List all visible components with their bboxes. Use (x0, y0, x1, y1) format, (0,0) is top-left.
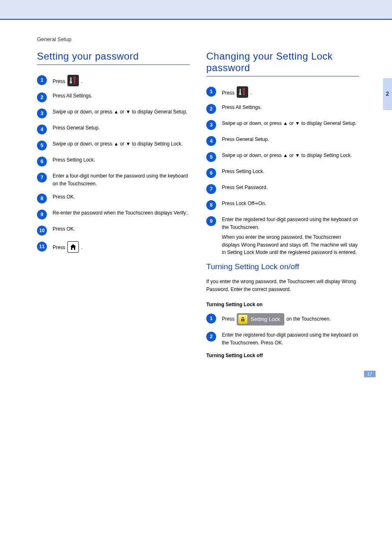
page-title: General Setup (37, 36, 359, 42)
page-number: 17 (364, 371, 376, 377)
step-badge: 4 (37, 125, 47, 134)
step-9: 9 Re-enter the password when the Touchsc… (37, 209, 190, 219)
setting-lock-button: Setting Lock (237, 313, 284, 325)
svg-rect-5 (243, 90, 244, 95)
step-badge: 3 (37, 108, 47, 118)
step-text-mid: on the Touchscreen. (286, 316, 331, 322)
step-text: Press (53, 78, 67, 84)
step-6: 6 Press Setting Lock. (37, 156, 190, 166)
note-text: When you enter the wrong password, the T… (222, 234, 357, 255)
on-step-1: 1 Press Setting Lock on the (206, 313, 359, 325)
step-badge: 2 (37, 92, 47, 102)
step-text: Press All Settings. (222, 104, 262, 110)
tools-icon (67, 75, 79, 86)
lock-icon (238, 315, 247, 324)
step-badge: 1 (206, 87, 216, 97)
header-bar (0, 0, 392, 20)
step-badge: 4 (206, 136, 216, 146)
step-text: Re-enter the password when the Touchscre… (53, 210, 189, 216)
svg-rect-2 (74, 79, 75, 84)
step-text: Press OK. (53, 226, 75, 232)
step-badge: 1 (37, 75, 47, 85)
step-text-post: . (250, 90, 251, 96)
step-badge: 8 (206, 200, 216, 210)
svg-point-7 (242, 320, 243, 321)
step-badge: 11 (37, 242, 47, 252)
setting-lock-label: Setting Lock (251, 315, 280, 323)
step-text: Press Lock Off⇒On. (222, 201, 266, 206)
step-3: 3 Swipe up or down, or press ▲ or ▼ to d… (37, 108, 190, 118)
subhead-lock-off: Turning Setting Lock off (206, 353, 359, 358)
step-badge: 8 (37, 194, 47, 203)
step-badge: 2 (206, 332, 216, 342)
svg-rect-0 (70, 77, 71, 82)
step-7: 7 Enter a four-digit number for the pass… (37, 172, 190, 187)
r-step-1: 1 Press . (206, 86, 359, 98)
step-text: Press General Setup. (53, 125, 100, 131)
step-text: Press All Settings. (53, 93, 92, 99)
svg-rect-1 (70, 81, 72, 83)
svg-rect-4 (239, 93, 241, 95)
step-badge: 9 (37, 210, 47, 219)
step-badge: 5 (206, 152, 216, 162)
step-8: 8 Press OK. (37, 193, 190, 203)
step-text: Enter a four-digit number for the passwo… (53, 173, 188, 187)
step-badge: 9 (206, 216, 216, 226)
r-step-9: 9 Enter the registered four-digit passwo… (206, 216, 359, 256)
step-5: 5 Swipe up or down, or press ▲ or ▼ to d… (37, 140, 190, 150)
intro-text: If you enter the wrong password, the Tou… (206, 278, 359, 293)
subhead-lock-on: Turning Setting Lock on (206, 302, 359, 307)
heading-lock-onoff: Turning Setting Lock on/off (206, 262, 359, 271)
step-text: Press (222, 316, 236, 322)
step-text: Press General Setup. (222, 136, 269, 142)
footer: 17 (0, 367, 392, 385)
step-badge: 10 (37, 226, 47, 235)
r-step-4: 4 Press General Setup. (206, 136, 359, 146)
right-column: Changing your Setting Lock password 1 Pr… (206, 51, 359, 358)
step-text: Enter the registered four-digit password… (222, 217, 358, 230)
step-text: Swipe up or down, or press ▲ or ▼ to dis… (222, 120, 357, 126)
step-text: Press OK. (53, 194, 75, 200)
step-text-post: . (81, 245, 82, 250)
heading-change-password: Changing your Setting Lock password (206, 51, 359, 76)
step-badge: 1 (206, 314, 216, 323)
step-text: Press Set Password. (222, 185, 267, 190)
r-step-6: 6 Press Setting Lock. (206, 168, 359, 178)
step-text: Press Setting Lock. (53, 157, 95, 163)
step-11: 11 Press . (37, 241, 190, 253)
step-badge: 3 (206, 120, 216, 130)
tools-icon (237, 86, 248, 98)
step-2: 2 Press All Settings. (37, 92, 190, 102)
step-badge: 7 (37, 173, 47, 182)
page-content: General Setup Setting your password 1 Pr… (0, 20, 392, 367)
step-text: Swipe up or down, or press ▲ or ▼ to dis… (222, 152, 352, 158)
r-step-7: 7 Press Set Password. (206, 184, 359, 194)
step-text: Swipe up or down, or press ▲ or ▼ to dis… (53, 109, 187, 115)
left-column: Setting your password 1 Press . (37, 51, 190, 358)
svg-rect-3 (240, 89, 241, 93)
step-1: 1 Press . (37, 75, 190, 86)
step-badge: 7 (206, 184, 216, 194)
heading-set-password: Setting your password (37, 51, 190, 65)
r-step-2: 2 Press All Settings. (206, 104, 359, 114)
step-text: Press Setting Lock. (222, 169, 264, 174)
step-badge: 6 (37, 157, 47, 166)
step-text: Enter the registered four-digit password… (222, 332, 358, 346)
r-step-8: 8 Press Lock Off⇒On. (206, 200, 359, 210)
step-text-post: . (81, 78, 82, 84)
step-10: 10 Press OK. (37, 225, 190, 235)
step-4: 4 Press General Setup. (37, 124, 190, 134)
r-step-5: 5 Swipe up or down, or press ▲ or ▼ to d… (206, 152, 359, 162)
step-badge: 2 (206, 104, 216, 114)
r-step-3: 3 Swipe up or down, or press ▲ or ▼ to d… (206, 120, 359, 130)
step-badge: 5 (37, 141, 47, 150)
step-text: Swipe up or down, or press ▲ or ▼ to dis… (53, 141, 183, 147)
home-icon (67, 241, 79, 253)
step-text: Press (53, 245, 67, 250)
on-step-2: 2 Enter the registered four-digit passwo… (206, 331, 359, 346)
step-badge: 6 (206, 168, 216, 178)
step-text: Press (222, 90, 236, 96)
